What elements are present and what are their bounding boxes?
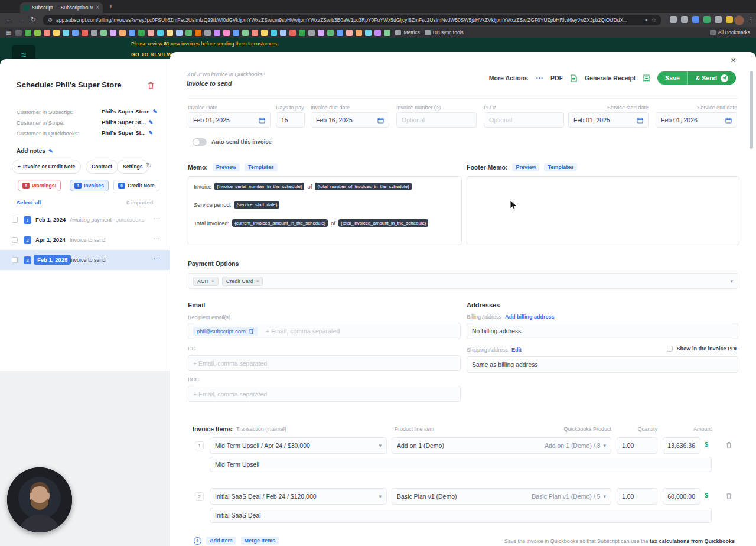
new-tab-button[interactable]: + xyxy=(109,2,113,11)
payment-chip-ach[interactable]: ACH× xyxy=(193,277,219,286)
transaction-select-2[interactable]: Initial SaaS Deal / Feb 24 / $120,000▾ xyxy=(210,488,387,505)
quickbooks-product-select-2[interactable]: Basic Plan v1 (Demo) / 5▾ xyxy=(532,493,606,500)
delete-item-icon[interactable] xyxy=(726,492,732,499)
bcc-input[interactable]: + Email, comma separated xyxy=(188,386,461,402)
generate-receipt-button[interactable]: Generate Receipt xyxy=(585,74,636,82)
settings-button[interactable]: Settings xyxy=(117,160,149,174)
service-end-input[interactable]: Feb 01, 2026 xyxy=(656,112,737,128)
delete-item-icon[interactable] xyxy=(726,441,732,448)
favicon[interactable] xyxy=(252,30,258,36)
favicon[interactable] xyxy=(308,30,315,36)
go-to-review-button[interactable]: GO TO REVIEW xyxy=(131,51,172,57)
bookmark-db-sync-tools[interactable]: DB sync tools xyxy=(425,30,464,35)
extension-icon[interactable] xyxy=(726,16,733,23)
tab-invoices[interactable]: 3 Invoices xyxy=(70,180,109,191)
favicon[interactable] xyxy=(157,30,164,36)
favicon[interactable] xyxy=(110,30,116,36)
bookmark-star-icon[interactable]: ☆ xyxy=(651,17,656,23)
calendar-icon[interactable] xyxy=(377,117,384,124)
remove-icon[interactable]: × xyxy=(211,278,214,284)
info-icon[interactable]: ? xyxy=(434,105,441,111)
product-line-item-2[interactable]: Basic Plan v1 (Demo) Basic Plan v1 (Demo… xyxy=(392,488,611,505)
favicon[interactable] xyxy=(53,30,60,36)
favicon[interactable] xyxy=(129,30,135,36)
favicon[interactable] xyxy=(176,30,183,36)
merge-items-button[interactable]: Merge Items xyxy=(241,537,279,545)
select-all-link[interactable]: Select all xyxy=(17,199,41,206)
product-line-item-1[interactable]: Add on 1 (Demo) Add on 1 (Demo) / 8▾ xyxy=(392,437,611,454)
tab-warnings[interactable]: 8 Warnings! xyxy=(18,180,61,191)
browser-tab[interactable]: Subscript — Subscription Ma × xyxy=(20,2,103,13)
browser-menu-icon[interactable]: ⋮ xyxy=(748,16,754,24)
amount-input-2[interactable]: 60,000.00 xyxy=(663,488,700,505)
favicon[interactable] xyxy=(223,30,230,36)
payment-options-select[interactable]: ACH× Credit Card× ▾ xyxy=(188,273,738,289)
favicon[interactable] xyxy=(195,30,201,36)
cc-input[interactable]: + Email, comma separated xyxy=(188,355,461,371)
favicon[interactable] xyxy=(271,30,277,36)
extension-icon[interactable] xyxy=(670,16,677,23)
all-bookmarks[interactable]: All Bookmarks xyxy=(710,30,750,35)
extension-icon[interactable] xyxy=(703,16,711,23)
favicon[interactable] xyxy=(289,30,296,36)
invoice-row-2[interactable]: 2 Apr 1, 2024 Invoice to send ⋯ xyxy=(0,230,170,250)
footer-memo-templates-button[interactable]: Templates xyxy=(544,163,577,171)
favicon[interactable] xyxy=(337,30,343,36)
memo-editor[interactable]: Invoice {invoice_serial_number_in_the_sc… xyxy=(188,176,462,245)
favicon[interactable] xyxy=(280,30,286,36)
favicon[interactable] xyxy=(167,30,173,36)
transaction-select-1[interactable]: Mid Term Upsell / Apr 24 / $30,000▾ xyxy=(210,437,387,454)
autosend-toggle[interactable] xyxy=(193,138,207,146)
favicon[interactable] xyxy=(82,30,88,36)
remove-email-trash-icon[interactable] xyxy=(249,328,254,334)
more-actions-button[interactable]: More Actions xyxy=(489,74,528,82)
url-extra-icon[interactable]: ● xyxy=(644,17,647,23)
favicon[interactable] xyxy=(44,30,50,36)
add-item-button[interactable]: Add Item xyxy=(206,537,236,545)
delete-schedule-icon[interactable] xyxy=(148,82,154,89)
favicon[interactable] xyxy=(365,30,372,36)
edit-shipping-link[interactable]: Edit xyxy=(511,347,522,353)
po-input[interactable]: Optional xyxy=(484,112,564,128)
invoice-row-3-selected[interactable]: 3 Feb 1, 2025 Invoice to send ⋯ xyxy=(0,250,170,270)
favicon[interactable] xyxy=(72,30,79,36)
footer-memo-editor[interactable] xyxy=(467,176,739,245)
bookmark-metrics[interactable]: Metrics xyxy=(395,30,419,35)
favicon[interactable] xyxy=(346,30,353,36)
favicon[interactable] xyxy=(299,30,305,36)
save-button[interactable]: Save xyxy=(657,72,687,84)
row-checkbox[interactable] xyxy=(12,237,18,243)
contract-button[interactable]: Contract xyxy=(86,160,118,174)
refresh-icon[interactable]: ↻ xyxy=(146,161,152,170)
edit-icon[interactable]: ✎ xyxy=(149,119,154,125)
amount-input-1[interactable]: 13,636.36 xyxy=(663,437,700,454)
memo-preview-button[interactable]: Preview xyxy=(213,163,240,171)
add-notes-link[interactable]: Add notes✎ xyxy=(17,148,53,154)
favicon[interactable] xyxy=(15,30,22,36)
payment-chip-credit-card[interactable]: Credit Card× xyxy=(222,277,263,286)
new-invoice-button[interactable]: + Invoice or Credit Note xyxy=(12,160,81,174)
add-billing-address-link[interactable]: Add billing address xyxy=(505,314,555,320)
quantity-input-2[interactable]: 1.00 xyxy=(617,488,657,505)
service-start-input[interactable]: Feb 01, 2025 xyxy=(568,112,649,128)
item-description-input-2[interactable]: Initial SaaS Deal xyxy=(210,508,712,523)
forward-icon[interactable]: → xyxy=(18,16,25,23)
favicon[interactable] xyxy=(63,30,69,36)
recipient-emails-input[interactable]: phil@subscript.com + Email, comma separa… xyxy=(188,323,461,339)
chevron-down-icon[interactable]: ▾ xyxy=(730,278,733,284)
due-date-input[interactable]: Feb 16, 2025 xyxy=(311,112,389,128)
favicon[interactable] xyxy=(261,30,268,36)
back-icon[interactable]: ← xyxy=(6,16,12,23)
edit-icon[interactable]: ✎ xyxy=(152,109,157,115)
edit-icon[interactable]: ✎ xyxy=(149,130,154,136)
reload-icon[interactable]: ↻ xyxy=(31,16,36,24)
recipient-email-chip[interactable]: phil@subscript.com xyxy=(193,327,258,336)
invoice-date-input[interactable]: Feb 01, 2025 xyxy=(188,112,271,128)
extension-icon[interactable] xyxy=(681,16,688,23)
favicon[interactable] xyxy=(100,30,107,36)
show-in-pdf-checkbox[interactable] xyxy=(667,346,673,352)
favicon[interactable] xyxy=(91,30,97,36)
scrollbar-thumb[interactable] xyxy=(750,71,753,149)
item-description-input-1[interactable]: Mid Term Upsell xyxy=(210,457,712,472)
favicon[interactable] xyxy=(327,30,334,36)
